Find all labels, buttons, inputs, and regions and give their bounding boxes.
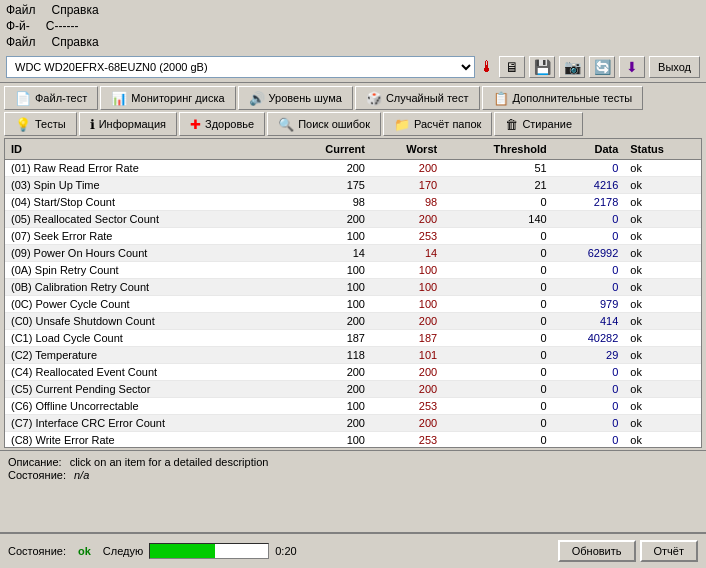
cell-status: ok — [624, 330, 701, 347]
tab-folder-calc[interactable]: 📁 Расчёт папок — [383, 112, 492, 136]
col-header-id: ID — [5, 139, 284, 160]
col-header-data: Data — [553, 139, 625, 160]
smart-table: ID Current Worst Threshold Data Status (… — [5, 139, 701, 448]
cell-data: 0 — [553, 279, 625, 296]
cell-worst: 170 — [371, 177, 443, 194]
cell-id: (01) Raw Read Error Rate — [5, 160, 284, 177]
refresh-button[interactable]: Обновить — [558, 540, 636, 562]
tests-icon: 💡 — [15, 117, 31, 132]
table-row[interactable]: (0B) Calibration Retry Count 100 100 0 0… — [5, 279, 701, 296]
status-label: Состояние: — [8, 545, 66, 557]
table-row[interactable]: (03) Spin Up Time 175 170 21 4216 ok — [5, 177, 701, 194]
cell-current: 175 — [284, 177, 371, 194]
menu-file-2[interactable]: Файл — [6, 35, 36, 49]
table-row[interactable]: (C0) Unsafe Shutdown Count 200 200 0 414… — [5, 313, 701, 330]
menu-help-1[interactable]: Справка — [52, 3, 99, 17]
cell-id: (C8) Write Error Rate — [5, 432, 284, 449]
col-header-current: Current — [284, 139, 371, 160]
cell-data: 0 — [553, 160, 625, 177]
cell-threshold: 0 — [443, 330, 553, 347]
nav-row-1: 📄 Файл-тест 📊 Мониторинг диска 🔊 Уровень… — [4, 86, 702, 110]
cell-current: 200 — [284, 415, 371, 432]
table-row[interactable]: (07) Seek Error Rate 100 253 0 0 ok — [5, 228, 701, 245]
table-row[interactable]: (C1) Load Cycle Count 187 187 0 40282 ok — [5, 330, 701, 347]
next-label: Следую — [103, 545, 143, 557]
table-row[interactable]: (04) Start/Stop Count 98 98 0 2178 ok — [5, 194, 701, 211]
cell-worst: 187 — [371, 330, 443, 347]
toolbar-btn-save[interactable]: 💾 — [529, 56, 555, 78]
col-header-worst: Worst — [371, 139, 443, 160]
cell-status: ok — [624, 415, 701, 432]
table-row[interactable]: (C4) Reallocated Event Count 200 200 0 0… — [5, 364, 701, 381]
table-row[interactable]: (0A) Spin Retry Count 100 100 0 0 ok — [5, 262, 701, 279]
menu-fj[interactable]: Ф-й- — [6, 19, 30, 33]
menu-file-1[interactable]: Файл — [6, 3, 36, 17]
cell-worst: 200 — [371, 415, 443, 432]
cell-data: 0 — [553, 432, 625, 449]
cell-threshold: 51 — [443, 160, 553, 177]
tab-tests[interactable]: 💡 Тесты — [4, 112, 77, 136]
tab-error-search[interactable]: 🔍 Поиск ошибок — [267, 112, 381, 136]
title-bar: Файл Справка Ф-й- С------ Файл Справка — [0, 0, 706, 52]
menu-help-2[interactable]: Справка — [52, 35, 99, 49]
progress-time: 0:20 — [275, 545, 296, 557]
cell-worst: 253 — [371, 228, 443, 245]
smart-table-container[interactable]: ID Current Worst Threshold Data Status (… — [4, 138, 702, 448]
cell-current: 100 — [284, 296, 371, 313]
cell-worst: 200 — [371, 160, 443, 177]
table-row[interactable]: (0C) Power Cycle Count 100 100 0 979 ok — [5, 296, 701, 313]
cell-status: ok — [624, 398, 701, 415]
cell-worst: 100 — [371, 279, 443, 296]
state-value: n/a — [74, 469, 89, 481]
table-row[interactable]: (C8) Write Error Rate 100 253 0 0 ok — [5, 432, 701, 449]
cell-threshold: 0 — [443, 194, 553, 211]
tab-random-test[interactable]: 🎲 Случайный тест — [355, 86, 480, 110]
nav-row-2: 💡 Тесты ℹ Информация ✚ Здоровье 🔍 Поиск … — [4, 112, 702, 136]
table-row[interactable]: (01) Raw Read Error Rate 200 200 51 0 ok — [5, 160, 701, 177]
cell-threshold: 0 — [443, 364, 553, 381]
cell-status: ok — [624, 160, 701, 177]
exit-button[interactable]: Выход — [649, 56, 700, 78]
progress-bar-inner — [150, 544, 215, 558]
table-row[interactable]: (C6) Offline Uncorrectable 100 253 0 0 o… — [5, 398, 701, 415]
cell-id: (07) Seek Error Rate — [5, 228, 284, 245]
status-value: ok — [78, 545, 91, 557]
toolbar-btn-files[interactable]: 🖥 — [499, 56, 525, 78]
progress-container: Следую 0:20 — [103, 543, 297, 559]
toolbar-btn-refresh[interactable]: 🔄 — [589, 56, 615, 78]
tab-noise[interactable]: 🔊 Уровень шума — [238, 86, 353, 110]
tab-extra-tests[interactable]: 📋 Дополнительные тесты — [482, 86, 644, 110]
file-test-icon: 📄 — [15, 91, 31, 106]
cell-status: ok — [624, 347, 701, 364]
cell-data: 29 — [553, 347, 625, 364]
table-row[interactable]: (05) Reallocated Sector Count 200 200 14… — [5, 211, 701, 228]
cell-threshold: 0 — [443, 347, 553, 364]
cell-current: 100 — [284, 262, 371, 279]
cell-status: ok — [624, 279, 701, 296]
toolbar-btn-photo[interactable]: 📷 — [559, 56, 585, 78]
cell-threshold: 0 — [443, 432, 553, 449]
menu-c[interactable]: С------ — [46, 19, 79, 33]
cell-worst: 200 — [371, 364, 443, 381]
menu-row-3: Файл Справка — [4, 34, 702, 50]
tab-health[interactable]: ✚ Здоровье — [179, 112, 265, 136]
cell-current: 100 — [284, 279, 371, 296]
table-row[interactable]: (C7) Interface CRC Error Count 200 200 0… — [5, 415, 701, 432]
tab-erase[interactable]: 🗑 Стирание — [494, 112, 583, 136]
toolbar-btn-down[interactable]: ⬇ — [619, 56, 645, 78]
drive-select[interactable]: WDC WD20EFRX-68EUZN0 (2000 gB) — [6, 56, 475, 78]
cell-worst: 100 — [371, 262, 443, 279]
tab-info[interactable]: ℹ Информация — [79, 112, 177, 136]
cell-data: 40282 — [553, 330, 625, 347]
cell-id: (C6) Offline Uncorrectable — [5, 398, 284, 415]
description-row: Описание: click on an item for a detaile… — [8, 456, 698, 468]
table-row[interactable]: (09) Power On Hours Count 14 14 0 62992 … — [5, 245, 701, 262]
table-row[interactable]: (C5) Current Pending Sector 200 200 0 0 … — [5, 381, 701, 398]
tab-disk-monitor[interactable]: 📊 Мониторинг диска — [100, 86, 235, 110]
tab-file-test[interactable]: 📄 Файл-тест — [4, 86, 98, 110]
report-button[interactable]: Отчёт — [640, 540, 698, 562]
table-row[interactable]: (C2) Temperature 118 101 0 29 ok — [5, 347, 701, 364]
progress-bar-outer — [149, 543, 269, 559]
cell-data: 0 — [553, 228, 625, 245]
cell-data: 0 — [553, 262, 625, 279]
